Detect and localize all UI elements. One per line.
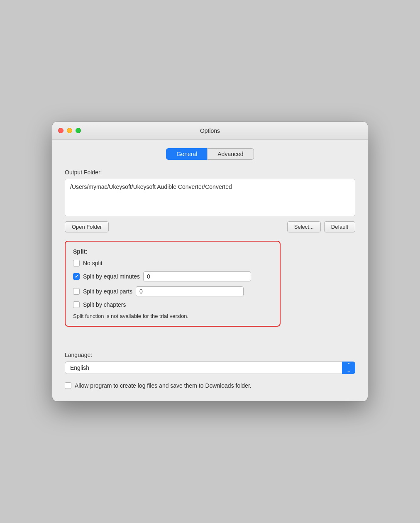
tab-general[interactable]: General — [166, 148, 207, 160]
tab-bar: General Advanced — [65, 148, 355, 160]
default-button[interactable]: Default — [324, 221, 355, 232]
split-title: Split: — [73, 248, 272, 255]
output-folder-label: Output Folder: — [65, 169, 355, 176]
split-chapters-checkbox[interactable] — [73, 301, 80, 308]
split-minutes-input[interactable] — [143, 271, 251, 281]
split-parts-input[interactable] — [136, 286, 244, 296]
main-content: General Advanced Output Folder: /Users/m… — [52, 140, 368, 401]
traffic-lights — [58, 128, 81, 133]
output-folder-input[interactable]: /Users/mymac/Ukeysoft/Ukeysoft Audible C… — [65, 179, 355, 216]
minimize-button[interactable] — [67, 128, 72, 133]
language-label: Language: — [65, 352, 355, 358]
split-minutes-label: Split by equal minutes — [83, 273, 140, 280]
button-row: Open Folder Select... Default — [65, 221, 355, 232]
split-minutes-checkbox[interactable] — [73, 273, 80, 280]
close-button[interactable] — [58, 128, 63, 133]
window-title: Options — [200, 127, 220, 134]
split-parts-label: Split by equal parts — [83, 288, 132, 295]
no-split-label: No split — [83, 260, 103, 266]
options-window: Options General Advanced Output Folder: … — [52, 122, 368, 401]
tab-advanced[interactable]: Advanced — [207, 148, 254, 160]
language-select-wrap: English French German Spanish Chinese Ja… — [65, 362, 355, 374]
split-parts-option: Split by equal parts — [73, 286, 272, 296]
log-option: Allow program to create log files and sa… — [65, 382, 355, 389]
log-label: Allow program to create log files and sa… — [75, 382, 252, 389]
language-section: Language: English French German Spanish … — [65, 352, 355, 389]
right-buttons: Select... Default — [287, 221, 355, 232]
no-split-checkbox[interactable] — [73, 260, 80, 266]
split-parts-checkbox[interactable] — [73, 288, 80, 295]
open-folder-button[interactable]: Open Folder — [65, 221, 109, 232]
split-chapters-label: Split by chapters — [83, 301, 126, 308]
no-split-option: No split — [73, 260, 272, 266]
split-chapters-option: Split by chapters — [73, 301, 272, 308]
log-checkbox[interactable] — [65, 382, 71, 389]
language-select[interactable]: English French German Spanish Chinese Ja… — [65, 362, 355, 374]
titlebar: Options — [52, 122, 368, 140]
split-section: Split: No split Split by equal minutes S… — [65, 241, 281, 327]
select-button[interactable]: Select... — [287, 221, 321, 232]
maximize-button[interactable] — [76, 128, 81, 133]
trial-notice: Split function is not available for the … — [73, 313, 272, 319]
split-minutes-option: Split by equal minutes — [73, 271, 272, 281]
